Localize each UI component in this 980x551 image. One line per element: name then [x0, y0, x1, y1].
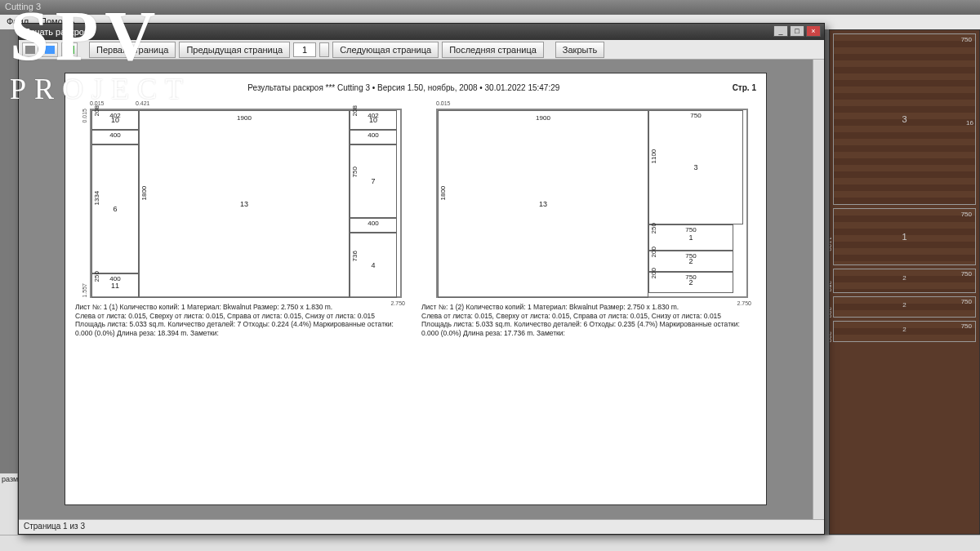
preview-dim: 200: [829, 331, 833, 342]
export-icon[interactable]: [61, 42, 78, 57]
cut-piece: 7502501: [648, 224, 733, 251]
sheet-box: 1900180013 75011003 7502501 7502002 7502…: [436, 109, 748, 298]
cut-piece: 400: [350, 218, 397, 233]
print-window-title: Печать раскроя: [24, 27, 89, 37]
preview-piece-num: 3: [902, 114, 906, 124]
bg-left-column: размер: [0, 473, 18, 535]
cut-piece: 13346: [91, 144, 139, 273]
page-spinner[interactable]: [319, 42, 329, 57]
preview-dim: 250: [829, 281, 833, 291]
preview-sheet[interactable]: 250 2 750: [833, 269, 976, 293]
print-preview-window: Печать раскроя _ □ × Первая страница Пре…: [18, 23, 825, 535]
cut-piece: 400: [350, 130, 397, 144]
sheet-layout-1: 0.015 0.421 0.015 1.557 40210208 400 133…: [75, 97, 410, 338]
app-titlebar: Cutting 3: [0, 0, 980, 15]
cut-piece: 7507: [350, 144, 397, 218]
save-icon[interactable]: [42, 42, 58, 57]
dim-mark: 0.015: [436, 100, 451, 106]
cut-piece: 40210208: [350, 110, 397, 130]
sheet-layout-2: 0.015 1900180013 75011003 7502501 750200…: [421, 97, 756, 338]
print-statusbar: Страница 1 из 3: [19, 519, 824, 534]
preview-dim: 750: [961, 36, 972, 43]
cut-piece: 400: [91, 130, 139, 144]
print-icon[interactable]: [22, 42, 38, 57]
prev-page-button[interactable]: Предыдущая страница: [179, 42, 290, 58]
sheet-meta-2: Лист №: 1 (2) Количество копий: 1 Матери…: [421, 303, 756, 338]
preview-piece-num: 2: [902, 326, 906, 333]
preview-dim: 200: [829, 307, 833, 318]
cut-piece: 7502002: [648, 272, 733, 293]
print-toolbar: Первая страница Предыдущая страница След…: [19, 40, 824, 60]
preview-dim: 1100: [829, 237, 833, 251]
page-number-input[interactable]: [293, 42, 316, 57]
cut-piece: 1900180013: [139, 110, 350, 298]
bg-statusbar: [0, 535, 980, 551]
dim-mark: 0.015: [82, 109, 87, 123]
sheet-meta-1: Лист №: 1 (1) Количество копий: 1 Матери…: [75, 303, 410, 338]
sheet-box: 40210208 400 13346 40025011 1900180013 4…: [90, 109, 402, 298]
preview-sheet[interactable]: 200 2 750: [833, 321, 976, 342]
app-title-text: Cutting 3: [5, 2, 41, 11]
report-header: Результаты раскроя *** Cutting 3 • Верси…: [75, 83, 733, 92]
cut-piece: 40025011: [91, 273, 139, 298]
preview-piece-num: 2: [902, 301, 906, 309]
preview-dim: 750: [961, 270, 972, 278]
preview-sheet[interactable]: 200 2 750: [833, 296, 976, 318]
cut-piece: 75011003: [648, 110, 743, 224]
minimize-icon[interactable]: _: [773, 25, 788, 37]
cut-piece: 1900180013: [438, 110, 648, 298]
dim-mark: 2.750: [390, 300, 405, 306]
preview-dim: 750: [961, 298, 972, 305]
preview-sheet[interactable]: 750 1100 1: [833, 208, 976, 265]
close-button[interactable]: Закрыть: [555, 42, 604, 58]
preview-dim: 16: [966, 119, 973, 127]
preview-piece-num: 2: [902, 274, 906, 282]
dim-mark: 0.421: [136, 100, 150, 106]
preview-dim: 750: [961, 211, 972, 218]
preview-sheet[interactable]: 750 3 16: [833, 33, 976, 205]
dim-mark: 2.750: [737, 300, 751, 306]
maximize-icon[interactable]: □: [790, 25, 804, 37]
print-window-titlebar[interactable]: Печать раскроя _ □ ×: [19, 24, 824, 40]
cut-piece: 40210208: [91, 110, 139, 130]
cut-piece: 7502002: [648, 251, 733, 272]
page-number-label: Стр. 1: [733, 83, 756, 92]
preview-piece-num: 1: [902, 232, 906, 242]
cut-piece: 7364: [350, 233, 397, 298]
dim-mark: 1.557: [82, 283, 87, 298]
layout-preview-panel: 750 3 16 750 1100 1 250 2 750 200 2 750 …: [829, 29, 980, 535]
next-page-button[interactable]: Следующая страница: [332, 42, 439, 58]
first-page-button[interactable]: Первая страница: [89, 42, 176, 58]
print-viewport[interactable]: Результаты раскроя *** Cutting 3 • Верси…: [19, 60, 813, 519]
status-page-text: Страница 1 из 3: [24, 522, 85, 531]
last-page-button[interactable]: Последняя страница: [442, 42, 544, 58]
vertical-scrollbar[interactable]: [813, 60, 824, 519]
report-page-1: Результаты раскроя *** Cutting 3 • Верси…: [65, 73, 767, 505]
close-icon[interactable]: ×: [806, 25, 821, 37]
preview-dim: 750: [961, 322, 972, 330]
